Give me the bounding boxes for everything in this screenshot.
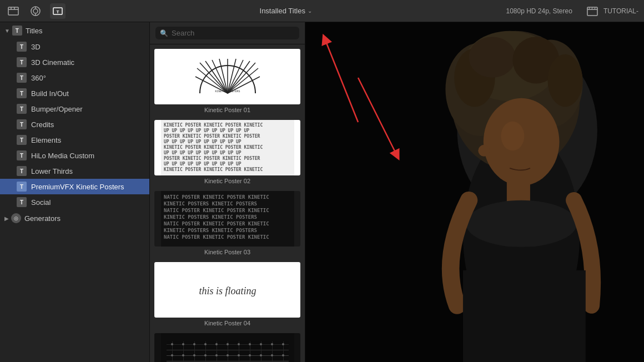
search-input[interactable] [172, 29, 295, 37]
social-t-icon: T [17, 197, 27, 207]
project-label: TUTORIAL- [603, 7, 638, 15]
poster02-label: Kinetic Poster 02 [154, 178, 300, 184]
svg-point-67 [171, 343, 173, 345]
svg-text:KINETIC  POSTER  KINETIC  POST: KINETIC POSTER KINETIC POSTER KINETIC [164, 167, 263, 172]
svg-text:NATIC  POSTER  KINETIC  POSTER: NATIC POSTER KINETIC POSTER KINETIC [164, 194, 269, 200]
sidebar-item-3d-cinematic-label: 3D Cinematic [31, 58, 74, 67]
generators-chevron: ▶ [4, 215, 9, 222]
svg-point-128 [478, 145, 490, 157]
list-item[interactable]: this is floating Kinetic Poster 04 [154, 262, 300, 326]
poster02-thumbnail: KINETIC POSTER KINETIC POSTER KINETIC UP… [154, 120, 300, 175]
sidebar-item-credits-label: Credits [31, 120, 54, 129]
poster03-thumbnail: NATIC POSTER KINETIC POSTER KINETIC KINE… [154, 191, 300, 247]
svg-text:KINETIC  POSTER  KINETIC  POST: KINETIC POSTER KINETIC POSTER KINETIC [164, 145, 263, 150]
svg-point-88 [282, 354, 284, 356]
titles-icon[interactable]: T [50, 3, 66, 19]
toolbar: T Installed Titles ⌄ 1080p HD 24p, Stere… [0, 0, 644, 22]
svg-point-127 [547, 54, 582, 107]
video-preview [305, 22, 644, 362]
svg-point-74 [249, 343, 251, 345]
3d-cinematic-t-icon: T [17, 57, 27, 67]
sidebar-item-build-label: Build In/Out [31, 89, 69, 98]
sidebar-item-premiumvfx-label: PremiumVFX Kinetic Posters [31, 183, 124, 191]
clapperboard-icon[interactable] [585, 3, 600, 19]
list-item[interactable]: KINETIC POSTER KINETIC POSTER KINETIC UP… [154, 120, 300, 184]
svg-text:NATIC  POSTER  KINETIC  POSTER: NATIC POSTER KINETIC POSTER KINETIC [164, 221, 269, 227]
build-t-icon: T [17, 88, 27, 98]
svg-point-69 [193, 343, 195, 345]
svg-text:KINETIC  POSTERS  KINETIC  POS: KINETIC POSTERS KINETIC POSTERS [164, 228, 257, 233]
svg-point-80 [193, 354, 195, 356]
sidebar-item-credits[interactable]: T Credits [0, 117, 149, 132]
elements-t-icon: T [17, 135, 27, 145]
sidebar-item-3d-cinematic[interactable]: T 3D Cinematic [0, 54, 149, 70]
svg-point-73 [238, 343, 240, 345]
svg-rect-0 [8, 7, 18, 15]
generators-section-header[interactable]: ▶ ◎ Generators [0, 210, 149, 227]
svg-point-123 [501, 122, 524, 151]
svg-text:UP  UP  UP  UP  UP  UP  UP  UP: UP UP UP UP UP UP UP UP UP UP [164, 150, 242, 155]
sidebar-item-build-in-out[interactable]: T Build In/Out [0, 86, 149, 101]
video-info: 1080p HD 24p, Stereo [506, 7, 572, 15]
sidebar-item-lower-thirds-label: Lower Thirds [31, 167, 73, 175]
search-input-wrapper[interactable]: 🔍 [155, 27, 299, 39]
list-item[interactable]: NATIC POSTER KINETIC POSTER KINETIC KINE… [154, 191, 300, 255]
svg-text:KINETIC  POSTERS  KINETIC  POS: KINETIC POSTERS KINETIC POSTERS [164, 214, 257, 220]
svg-text:this is floating: this is floating [199, 285, 256, 296]
hilo-t-icon: T [17, 150, 27, 160]
sidebar-item-360[interactable]: T 360° [0, 70, 149, 86]
sidebar-item-elements-label: Elements [31, 136, 61, 144]
sidebar-item-elements[interactable]: T Elements [0, 132, 149, 148]
search-bar: 🔍 [150, 22, 305, 44]
svg-text:KINETIC  POSTER  KINETIC  POST: KINETIC POSTER KINETIC POSTER KINETIC [164, 123, 263, 128]
media-import-icon[interactable] [6, 3, 21, 19]
svg-point-125 [469, 37, 515, 78]
installed-titles-dropdown[interactable]: Installed Titles ⌄ [72, 7, 499, 15]
svg-text:UP  UP  UP  UP  UP  UP  UP  UP: UP UP UP UP UP UP UP UP UP UP [164, 162, 242, 167]
svg-text:KINETIC POSTERS: KINETIC POSTERS [215, 89, 240, 93]
svg-point-83 [227, 354, 229, 356]
titles-t-icon: T [12, 26, 22, 36]
svg-point-79 [182, 354, 184, 356]
svg-point-72 [227, 343, 229, 345]
list-item[interactable]: Kinetic Poster 05 [154, 333, 300, 362]
svg-point-70 [204, 343, 207, 345]
sidebar-item-3d-label: 3D [31, 43, 41, 51]
sidebar-item-3d[interactable]: T 3D [0, 39, 149, 54]
titles-chevron: ▼ [4, 28, 10, 34]
list-item[interactable]: KINETIC POSTERS Kinetic Poster 01 [154, 49, 300, 113]
sidebar-item-premiumvfx[interactable]: T PremiumVFX Kinetic Posters [0, 179, 149, 194]
sidebar-item-hilo-label: HiLo Media Custom [31, 152, 94, 160]
svg-text:UP  UP  UP  UP  UP  UP  UP  UP: UP UP UP UP UP UP UP UP UP UP [164, 139, 242, 144]
sidebar-item-social-label: Social [31, 198, 51, 207]
svg-point-68 [182, 343, 184, 345]
sidebar-item-bumper-opener[interactable]: T Bumper/Opener [0, 101, 149, 117]
sidebar-item-social[interactable]: T Social [0, 194, 149, 210]
search-icon: 🔍 [160, 29, 168, 37]
titles-section-header[interactable]: ▼ T Titles [0, 22, 149, 39]
generators-icon: ◎ [11, 213, 21, 223]
poster04-label: Kinetic Poster 04 [154, 320, 300, 326]
generators-header-label: Generators [24, 214, 61, 223]
poster03-label: Kinetic Poster 03 [154, 249, 300, 255]
svg-point-82 [215, 354, 218, 356]
svg-point-77 [282, 343, 284, 345]
installed-titles-label: Installed Titles [260, 7, 305, 15]
poster01-thumbnail: KINETIC POSTERS [154, 49, 300, 104]
svg-text:NATIC  POSTER  KINETIC  POSTER: NATIC POSTER KINETIC POSTER KINETIC [164, 208, 269, 213]
effects-icon[interactable] [28, 3, 43, 19]
sidebar-item-hilo[interactable]: T HiLo Media Custom [0, 148, 149, 163]
poster04-thumbnail: this is floating [154, 262, 300, 318]
svg-text:NATIC  POSTER  KINETIC  POSTER: NATIC POSTER KINETIC POSTER KINETIC [164, 234, 269, 240]
middle-panel: 🔍 [150, 22, 305, 362]
svg-text:UP  UP  UP  UP  UP  UP  UP  UP: UP UP UP UP UP UP UP UP UP UP UP [164, 128, 249, 133]
sidebar-item-bumper-label: Bumper/Opener [31, 105, 83, 113]
svg-rect-122 [463, 270, 586, 362]
sidebar-item-lower-thirds[interactable]: T Lower Thirds [0, 163, 149, 179]
main-content: ▼ T Titles T 3D T 3D Cinematic T 360° T … [0, 22, 644, 362]
svg-point-86 [260, 354, 262, 356]
sidebar: ▼ T Titles T 3D T 3D Cinematic T 360° T … [0, 22, 150, 362]
right-panel [305, 22, 644, 362]
thumbnails-panel: KINETIC POSTERS Kinetic Poster 01 KINETI… [150, 44, 305, 362]
poster01-label: Kinetic Poster 01 [154, 107, 300, 113]
